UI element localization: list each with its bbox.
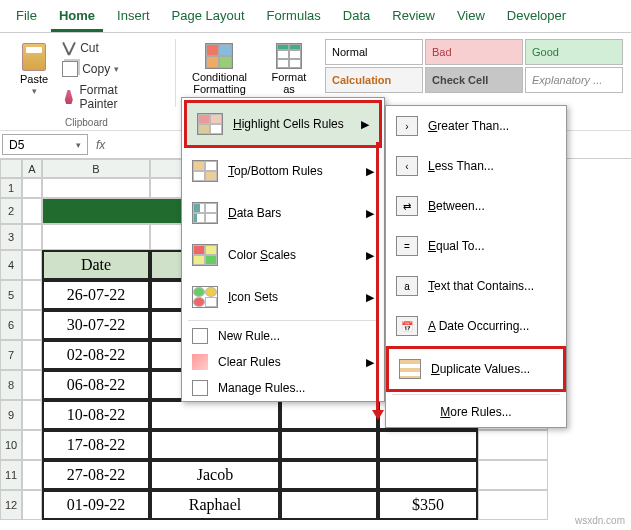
- text-contains-icon: a: [396, 276, 418, 296]
- cell-B10[interactable]: 17-08-22: [42, 430, 150, 460]
- cell-E12[interactable]: $350: [378, 490, 478, 520]
- col-header-B[interactable]: B: [42, 159, 150, 178]
- submenu-less-than[interactable]: ‹ Less Than...: [386, 146, 566, 186]
- copy-icon: [62, 61, 78, 77]
- ribbon-tabs: File Home Insert Page Layout Formulas Da…: [0, 0, 631, 33]
- copy-button[interactable]: Copy ▾: [58, 59, 123, 79]
- group-divider: [175, 39, 176, 107]
- chevron-right-icon: ▶: [366, 291, 374, 304]
- top-bottom-icon: [192, 160, 218, 182]
- row-header-3[interactable]: 3: [0, 224, 22, 250]
- tab-data[interactable]: Data: [335, 4, 378, 32]
- menu-data-bars[interactable]: Data Bars ▶: [182, 192, 384, 234]
- highlight-cells-icon: [197, 113, 223, 135]
- select-all-corner[interactable]: [0, 159, 22, 178]
- row-header-9[interactable]: 9: [0, 400, 22, 430]
- cf-label: Conditional Formatting: [192, 71, 247, 95]
- clipboard-group-label: Clipboard: [65, 117, 108, 128]
- cell-C11[interactable]: Jacob: [150, 460, 280, 490]
- cell-styles-gallery[interactable]: Normal Bad Good Calculation Check Cell E…: [325, 39, 623, 93]
- row-header-12[interactable]: 12: [0, 490, 22, 520]
- cell-B5[interactable]: 26-07-22: [42, 280, 150, 310]
- chevron-down-icon: ▾: [32, 87, 37, 97]
- chevron-down-icon: ▾: [114, 64, 119, 74]
- chevron-right-icon: ▶: [366, 165, 374, 178]
- style-good[interactable]: Good: [525, 39, 623, 65]
- tab-file[interactable]: File: [8, 4, 45, 32]
- name-box[interactable]: D5 ▾: [2, 134, 88, 155]
- style-calculation[interactable]: Calculation: [325, 67, 423, 93]
- conditional-formatting-menu: HHighlight Cells Rulesighlight Cells Rul…: [181, 97, 385, 402]
- submenu-duplicate-values[interactable]: Duplicate Values...: [386, 346, 566, 392]
- row-headers-and-corner: 1 2 3 4 5 6 7 8 9 10 11 12: [0, 159, 22, 520]
- style-normal[interactable]: Normal: [325, 39, 423, 65]
- tab-view[interactable]: View: [449, 4, 493, 32]
- tab-review[interactable]: Review: [384, 4, 443, 32]
- cut-button[interactable]: Cut: [58, 39, 103, 57]
- row-header-4[interactable]: 4: [0, 250, 22, 280]
- style-explanatory[interactable]: Explanatory ...: [525, 67, 623, 93]
- row-header-5[interactable]: 5: [0, 280, 22, 310]
- fx-icon[interactable]: fx: [96, 138, 105, 152]
- chevron-right-icon: ▶: [361, 118, 369, 131]
- name-box-value: D5: [9, 138, 24, 152]
- table-icon: [276, 43, 302, 69]
- menu-icon-sets[interactable]: Icon Sets ▶: [182, 276, 384, 318]
- duplicate-icon: [399, 359, 421, 379]
- tab-formulas[interactable]: Formulas: [259, 4, 329, 32]
- submenu-text-contains[interactable]: a Text that Contains...: [386, 266, 566, 306]
- paste-label: Paste: [20, 73, 48, 85]
- row-header-2[interactable]: 2: [0, 198, 22, 224]
- cell-B11[interactable]: 27-08-22: [42, 460, 150, 490]
- scissors-icon: [62, 41, 76, 55]
- cell-C12[interactable]: Raphael: [150, 490, 280, 520]
- cell-B12[interactable]: 01-09-22: [42, 490, 150, 520]
- chevron-right-icon: ▶: [366, 356, 374, 369]
- menu-color-scales[interactable]: Color Scales ▶: [182, 234, 384, 276]
- cell-B7[interactable]: 02-08-22: [42, 340, 150, 370]
- date-icon: 📅: [396, 316, 418, 336]
- row-header-11[interactable]: 11: [0, 460, 22, 490]
- highlight-cells-submenu: › Greater Than... ‹ Less Than... ⇄ Betwe…: [385, 105, 567, 428]
- cell-B6[interactable]: 30-07-22: [42, 310, 150, 340]
- watermark: wsxdn.com: [575, 515, 625, 526]
- menu-highlight-cells-rules[interactable]: HHighlight Cells Rulesighlight Cells Rul…: [184, 100, 382, 148]
- submenu-greater-than[interactable]: › Greater Than...: [386, 106, 566, 146]
- menu-clear-rules[interactable]: Clear Rules ▶: [182, 349, 384, 375]
- tab-developer[interactable]: Developer: [499, 4, 574, 32]
- submenu-date-occurring[interactable]: 📅 A Date Occurring...: [386, 306, 566, 346]
- col-header-A[interactable]: A: [22, 159, 42, 178]
- row-header-6[interactable]: 6: [0, 310, 22, 340]
- header-date[interactable]: Date: [42, 250, 150, 280]
- row-header-10[interactable]: 10: [0, 430, 22, 460]
- menu-separator: [392, 394, 560, 395]
- cell-B8[interactable]: 06-08-22: [42, 370, 150, 400]
- chevron-right-icon: ▶: [366, 207, 374, 220]
- row-header-8[interactable]: 8: [0, 370, 22, 400]
- submenu-more-rules[interactable]: More Rules...: [386, 397, 566, 427]
- menu-new-rule[interactable]: New Rule...: [182, 323, 384, 349]
- tab-home[interactable]: Home: [51, 4, 103, 32]
- data-bars-icon: [192, 202, 218, 224]
- cell-B9[interactable]: 10-08-22: [42, 400, 150, 430]
- menu-top-bottom-rules[interactable]: Top/Bottom Rules ▶: [182, 150, 384, 192]
- style-bad[interactable]: Bad: [425, 39, 523, 65]
- menu-manage-rules[interactable]: Manage Rules...: [182, 375, 384, 401]
- icon-sets-icon: [192, 286, 218, 308]
- tab-insert[interactable]: Insert: [109, 4, 158, 32]
- row-header-1[interactable]: 1: [0, 178, 22, 198]
- menu-separator: [188, 320, 378, 321]
- tab-page-layout[interactable]: Page Layout: [164, 4, 253, 32]
- between-icon: ⇄: [396, 196, 418, 216]
- less-than-icon: ‹: [396, 156, 418, 176]
- chevron-right-icon: ▶: [366, 249, 374, 262]
- paste-button[interactable]: Paste ▾: [14, 39, 54, 101]
- submenu-between[interactable]: ⇄ Between...: [386, 186, 566, 226]
- format-painter-button[interactable]: Format Painter: [58, 81, 159, 113]
- submenu-equal-to[interactable]: = Equal To...: [386, 226, 566, 266]
- style-check-cell[interactable]: Check Cell: [425, 67, 523, 93]
- brush-icon: [62, 90, 75, 104]
- clear-rules-icon: [192, 354, 208, 370]
- row-header-7[interactable]: 7: [0, 340, 22, 370]
- equal-icon: =: [396, 236, 418, 256]
